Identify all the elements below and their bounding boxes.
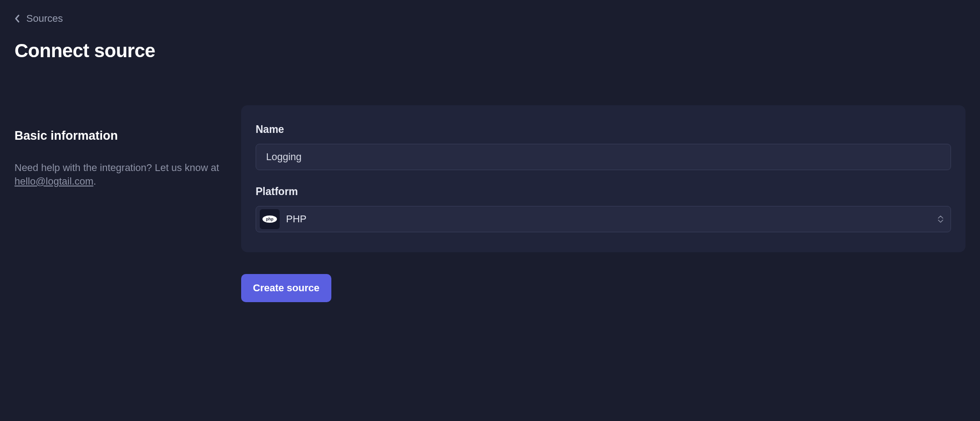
breadcrumb-label: Sources (26, 13, 63, 24)
section-heading: Basic information (15, 129, 223, 143)
platform-select[interactable]: php PHP (256, 206, 951, 232)
platform-value: PHP (286, 213, 306, 225)
php-icon: php (260, 209, 280, 229)
platform-label: Platform (256, 186, 951, 198)
chevron-left-icon (15, 15, 20, 23)
name-label: Name (256, 123, 951, 136)
create-source-button[interactable]: Create source (241, 274, 331, 302)
help-text-prefix: Need help with the integration? Let us k… (15, 162, 219, 173)
svg-text:php: php (266, 217, 274, 221)
select-arrows-icon (938, 215, 943, 223)
name-input[interactable] (256, 144, 951, 170)
form-card: Name Platform php PHP (241, 105, 965, 252)
help-text: Need help with the integration? Let us k… (15, 161, 223, 188)
breadcrumb-back[interactable]: Sources (15, 13, 63, 24)
page-title: Connect source (15, 40, 965, 62)
help-email-link[interactable]: hello@logtail.com (15, 176, 93, 187)
help-text-suffix: . (93, 176, 96, 187)
